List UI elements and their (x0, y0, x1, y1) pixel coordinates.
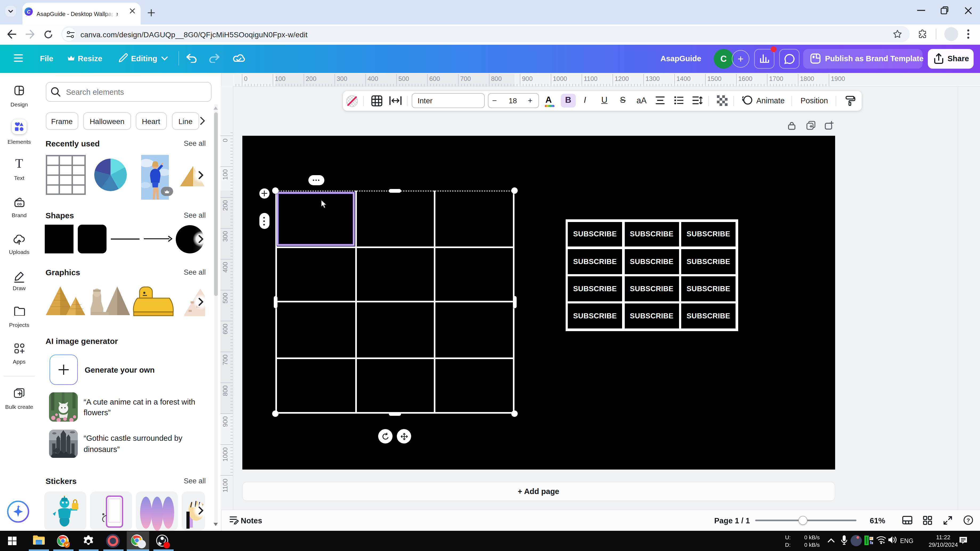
svg-text:?: ? (967, 517, 970, 523)
svg-text:co: co (17, 202, 22, 206)
svg-text:C: C (27, 9, 30, 14)
